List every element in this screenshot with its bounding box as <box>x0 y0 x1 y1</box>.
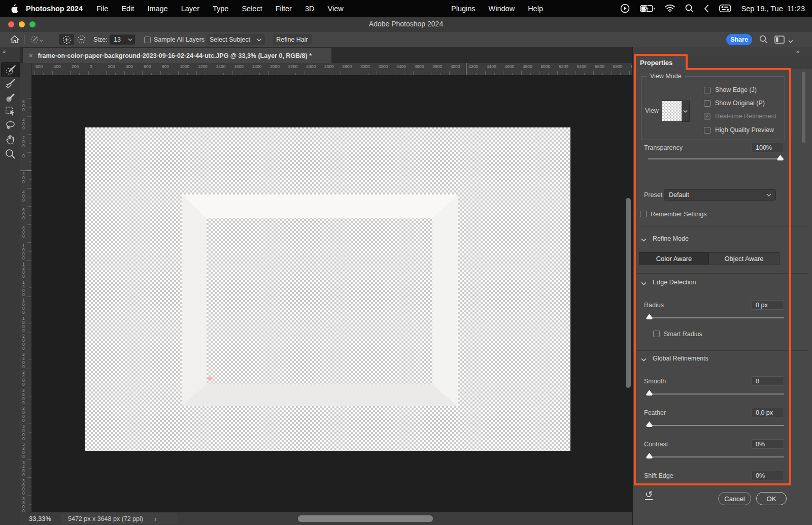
select-subject-dropdown[interactable] <box>253 34 265 45</box>
panel-top-strip: » <box>633 47 812 56</box>
refine-edge-brush-tool[interactable] <box>1 77 19 90</box>
cancel-button[interactable]: Cancel <box>718 492 751 505</box>
close-tab-icon[interactable]: × <box>23 52 38 59</box>
object-selection-tool[interactable] <box>1 105 19 118</box>
chevron-down-icon[interactable] <box>788 38 793 45</box>
spotlight-search-icon[interactable] <box>685 4 694 13</box>
brush-size-dropdown[interactable]: 13 <box>110 35 135 45</box>
smooth-slider-handle[interactable] <box>646 390 653 396</box>
menu-3d[interactable]: 3D <box>298 5 321 13</box>
contrast-value[interactable]: 0% <box>752 439 784 449</box>
radius-value[interactable]: 0 px <box>752 300 784 310</box>
ruler-label: 4400 <box>487 64 496 69</box>
view-mode-dropdown[interactable] <box>682 101 690 122</box>
smart-radius-checkbox[interactable] <box>653 331 660 337</box>
feather-slider-track[interactable] <box>648 425 784 426</box>
subtract-from-selection-button[interactable] <box>77 35 86 45</box>
feather-value[interactable]: 0,0 px <box>752 408 784 417</box>
viewmode-checkbox-1[interactable] <box>704 87 710 93</box>
battery-charging-icon[interactable] <box>640 5 655 12</box>
window-titlebar: Adobe Photoshop 2024 <box>0 17 812 32</box>
object-aware-button[interactable]: Object Aware <box>709 252 780 265</box>
ruler-label: 200 <box>108 64 115 69</box>
panel-scrollbar[interactable] <box>802 72 805 143</box>
ruler-tick <box>612 71 612 75</box>
home-icon[interactable] <box>10 35 19 45</box>
document-tab[interactable]: × frame-on-color-paper-background-2023-0… <box>23 48 331 63</box>
menubar-clock[interactable]: Sep 19., Tue 11:23 <box>741 5 805 13</box>
control-center-icon[interactable] <box>719 5 731 12</box>
color-aware-button[interactable]: Color Aware <box>639 252 709 265</box>
vertical-ruler: 6 0 04 0 02 0 002 0 04 0 06 0 08 0 01 0 … <box>20 75 32 512</box>
tab-properties[interactable]: Properties <box>635 56 687 69</box>
divider <box>637 350 808 351</box>
menu-image[interactable]: Image <box>141 5 174 13</box>
canvas-horizontal-scrollbar[interactable] <box>298 515 433 522</box>
contrast-slider-track[interactable] <box>648 456 784 457</box>
zoom-tool[interactable] <box>1 147 19 160</box>
menu-type[interactable]: Type <box>206 5 235 13</box>
transparent-image-area <box>85 127 570 451</box>
ruler-tick <box>485 71 486 75</box>
radius-slider-handle[interactable] <box>646 314 653 319</box>
smooth-slider-track[interactable] <box>648 393 784 395</box>
hand-tool[interactable] <box>1 133 19 146</box>
ok-button[interactable]: OK <box>756 492 787 505</box>
menu-plugins[interactable]: Plugins <box>445 5 482 13</box>
brush-preset-picker-icon[interactable] <box>30 35 44 46</box>
wifi-icon[interactable] <box>665 5 675 12</box>
global-refinements-collapse-icon[interactable] <box>641 356 647 363</box>
smooth-value[interactable]: 0 <box>752 376 784 386</box>
workspace-switcher-icon[interactable] <box>774 36 785 45</box>
menu-file[interactable]: File <box>90 5 115 13</box>
refine-hair-label: Refine Hair <box>276 36 308 43</box>
menu-layer[interactable]: Layer <box>175 5 206 13</box>
transparency-slider-handle[interactable] <box>777 155 784 160</box>
ruler-tick <box>27 405 31 405</box>
menu-help[interactable]: Help <box>521 5 550 13</box>
search-icon[interactable] <box>759 35 768 45</box>
ruler-label: 3200 <box>378 64 388 69</box>
refine-mode-collapse-icon[interactable] <box>641 236 647 243</box>
quick-selection-tool[interactable] <box>1 62 20 77</box>
transparency-slider-track[interactable] <box>648 158 784 159</box>
screen-record-icon[interactable] <box>620 4 630 13</box>
ruler-label: 8 0 0 <box>22 226 25 238</box>
transparency-value[interactable]: 100% <box>752 143 784 152</box>
collapse-toolbar-icon[interactable]: » <box>3 48 5 54</box>
viewmode-checkbox-2[interactable] <box>704 100 710 107</box>
menu-view[interactable]: View <box>321 5 350 13</box>
add-to-selection-button[interactable] <box>59 34 74 45</box>
canvas-vertical-scrollbar[interactable] <box>626 198 631 388</box>
radius-slider-track[interactable] <box>648 317 784 318</box>
ruler-label: 1 8 0 0 <box>22 316 25 333</box>
preset-dropdown[interactable]: Default <box>664 189 776 201</box>
feather-slider-handle[interactable] <box>646 421 653 427</box>
reset-settings-icon[interactable]: ↺ <box>645 490 653 500</box>
status-options-chevron[interactable]: › <box>154 515 157 523</box>
menu-window[interactable]: Window <box>482 5 522 13</box>
share-button[interactable]: Share <box>726 34 752 45</box>
zoom-level-field[interactable]: 33,33% <box>29 515 51 522</box>
sample-all-layers-checkbox[interactable] <box>144 37 151 43</box>
view-mode-thumbnail[interactable] <box>662 101 683 122</box>
chevron-left-icon[interactable] <box>704 5 709 13</box>
viewmode-checkbox-4[interactable] <box>704 127 710 134</box>
lasso-tool[interactable] <box>1 118 19 132</box>
select-subject-button[interactable]: Select Subject <box>207 34 253 45</box>
refine-hair-button[interactable]: Refine Hair <box>273 34 312 45</box>
ruler-tick <box>377 71 377 75</box>
ruler-tick <box>27 224 31 225</box>
apple-menu-icon[interactable] <box>0 4 21 13</box>
edge-detection-collapse-icon[interactable] <box>641 280 647 287</box>
menubar-app-name[interactable]: Photoshop 2024 <box>21 5 90 13</box>
remember-settings-checkbox[interactable] <box>640 211 647 217</box>
menu-edit[interactable]: Edit <box>115 5 141 13</box>
collapse-panel-icon[interactable]: » <box>796 48 799 54</box>
canvas-viewport[interactable] <box>31 75 632 512</box>
menu-filter[interactable]: Filter <box>269 5 298 13</box>
brush-tool[interactable] <box>1 91 19 105</box>
shift-edge-value[interactable]: 0% <box>752 471 784 480</box>
contrast-slider-handle[interactable] <box>646 453 653 458</box>
menu-select[interactable]: Select <box>235 5 268 13</box>
